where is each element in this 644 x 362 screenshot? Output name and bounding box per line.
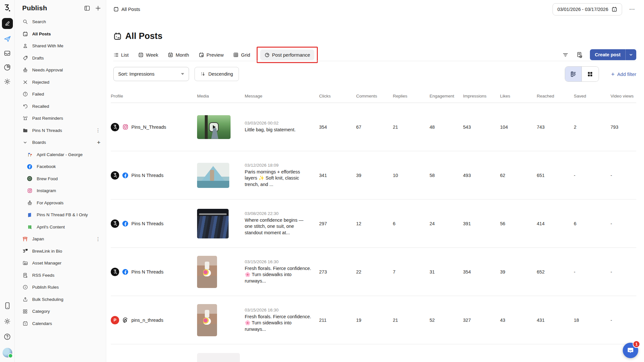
column-header-replies[interactable]: Replies [393,94,430,98]
asset-folder-icon [22,260,28,266]
collapse-panel-icon[interactable] [84,5,90,11]
sidebar-item-for-approvals[interactable]: For Approvals [15,197,106,209]
grid-view-button[interactable] [582,67,599,81]
post-message: Paris mornings + effortless layers ✨ Sof… [245,169,312,187]
column-header-reached[interactable]: Reached [537,94,574,98]
sidebar-item-asset-manager[interactable]: Asset Manager [15,257,106,269]
export-icon[interactable] [576,51,583,59]
tab-month[interactable]: Month [168,52,189,58]
sidebar-item-april-calendar-george[interactable]: April Calendar - George [15,149,106,161]
sidebar-item-failed[interactable]: Failed [15,88,106,100]
sidebar-item-needs-approval[interactable]: Needs Approval [15,64,106,76]
profile-avatar: P [111,316,119,324]
brand-logo-icon[interactable] [3,4,12,12]
chevron-down-icon [22,140,28,145]
engagement-value: 24 [430,221,463,226]
post-date: 03/08/2026 22:30 [245,211,312,216]
sidebar-item-past-reminders[interactable]: Past Reminders [15,112,106,125]
more-options-button[interactable]: ⋯ [628,5,636,13]
table-view-button[interactable] [565,67,582,81]
column-header-media[interactable]: Media [197,94,245,98]
tab-grid[interactable]: Grid [233,52,250,58]
saved-value: 18 [574,318,611,323]
media-cell[interactable] [197,115,245,139]
sidebar-item-pins-n-threads[interactable]: Pins N Threads ⋮ [15,125,106,137]
video-views-value: - [611,173,636,178]
theme-sun-icon[interactable] [3,317,12,325]
add-new-icon[interactable] [95,5,101,11]
date-range-button[interactable]: 03/01/2026 - 03/17/2026 1 [553,3,622,15]
create-post-button[interactable]: Create post [590,49,636,60]
breadcrumb[interactable]: All Posts [113,6,140,12]
column-header-saved[interactable]: Saved [574,94,611,98]
message-cell: 03/08/2026 22:30 Where confidence begins… [245,211,312,236]
sidebar-item-brew-food[interactable]: Brew Food [15,173,106,185]
mobile-phone-icon[interactable] [3,302,12,310]
sidebar-item-drafts[interactable]: Drafts [15,52,106,64]
sidebar-item-pins-n-thread-fb-i-only[interactable]: Pins N Thread FB & I Only [15,209,106,221]
media-cell[interactable] [197,209,245,238]
sidebar-item-category[interactable]: Category [15,305,106,318]
post-media-thumbnail [197,209,229,238]
play-video-icon[interactable] [209,122,219,132]
chat-widget-button[interactable]: 1 [623,343,638,358]
sidebar-item-calendars[interactable]: Calendars [15,318,106,330]
flags-icon [27,152,33,157]
table-row[interactable]: Pins N Threads 03/15/2026 16:30 Fresh fl… [111,248,636,296]
sidebar-item-recalled[interactable]: Recalled [15,100,106,113]
sidebar-item-facebook[interactable]: Facebook [15,161,106,173]
sidebar-item-bulk-scheduling[interactable]: Bulk Scheduling [15,293,106,306]
pie-chart-icon[interactable] [3,63,12,71]
add-board-icon[interactable]: + [97,139,101,146]
column-header-video-views[interactable]: Video views [611,94,636,98]
likes-value: 62 [500,173,537,178]
column-header-engagement[interactable]: Engagement [430,94,463,98]
media-cell[interactable] [197,256,245,288]
paper-plane-icon[interactable] [3,35,12,43]
publish-app-icon[interactable] [2,18,13,29]
column-header-comments[interactable]: Comments [356,94,393,98]
column-header-message[interactable]: Message [245,94,319,98]
inbox-icon[interactable] [3,49,12,57]
column-header-likes[interactable]: Likes [500,94,537,98]
sort-dropdown[interactable]: Sort: Impressions [113,67,189,81]
table-row[interactable]: Pins_N_Threads 03/03/2026 00:02 Little b… [111,103,636,151]
table-row[interactable]: Pins N Threads 03/12/2026 18:09 Paris mo… [111,151,636,200]
sidebar-item-instagram[interactable]: Instagram [15,185,106,197]
settings-gear-icon[interactable] [3,77,12,86]
sidebar-item-aprils-content[interactable]: April's Content [15,221,106,233]
sidebar-item-shared-with-me[interactable]: Shared With Me [15,40,106,52]
table-row-partial[interactable] [111,344,636,362]
item-more-icon[interactable]: ⋮ [96,236,101,242]
sidebar-item-search[interactable]: Search [15,16,106,28]
help-icon[interactable] [3,332,12,341]
filter-icon[interactable] [562,51,569,59]
calendar-preview-icon [199,52,204,58]
tab-preview[interactable]: Preview [199,52,223,58]
sidebar-item-rss-feeds[interactable]: RSS Feeds [15,269,106,282]
add-filter-button[interactable]: + Add filter [611,71,636,77]
tab-post-performance[interactable]: Post performance [260,50,314,60]
grid-icon [233,52,239,58]
tab-list[interactable]: List [113,52,128,58]
sort-order-button[interactable]: Descending [194,67,239,81]
user-avatar[interactable] [3,348,12,357]
column-header-clicks[interactable]: Clicks [319,94,356,98]
chevron-down-icon[interactable] [625,49,636,60]
table-row[interactable]: P pins_n_threads 03/15/2026 16:30 Fresh … [111,296,636,344]
sidebar-item-publish-rules[interactable]: Publish Rules [15,281,106,293]
main-content: All Posts 03/01/2026 - 03/17/2026 1 ⋯ Al… [106,0,644,362]
sidebar-item-brewlink-in-bio[interactable]: BrewLink in Bio [15,245,106,257]
tab-week[interactable]: Week [138,52,158,58]
media-cell[interactable] [197,304,245,336]
media-cell[interactable] [197,163,245,188]
table-row[interactable]: Pins N Threads 03/08/2026 22:30 Where co… [111,200,636,248]
pie-chart-icon [264,52,270,58]
sidebar-item-all-posts[interactable]: All Posts [15,28,106,40]
column-header-profile[interactable]: Profile [111,94,197,98]
column-header-impressions[interactable]: Impressions [463,94,500,98]
sidebar-item-rejected[interactable]: Rejected [15,76,106,88]
sidebar-item-boards[interactable]: Boards + [15,136,106,149]
item-more-icon[interactable]: ⋮ [96,127,101,133]
sidebar-item-japan[interactable]: Japan ⋮ [15,233,106,245]
